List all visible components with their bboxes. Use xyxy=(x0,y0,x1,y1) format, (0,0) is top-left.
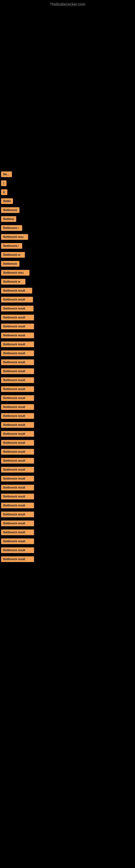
result-row-35: Bottleneck result xyxy=(0,475,135,483)
result-tag-23: Bottleneck result xyxy=(1,368,34,374)
result-row-24: Bottleneck result xyxy=(0,376,135,384)
result-row-12: Bottleneck resu xyxy=(0,269,135,277)
result-row-20: Bottleneck result xyxy=(0,340,135,348)
result-row-18: Bottleneck result xyxy=(0,322,135,330)
result-row-25: Bottleneck result xyxy=(0,385,135,393)
result-row-7: Bottleneck r xyxy=(0,224,135,232)
result-row-6: Bottlene xyxy=(0,215,135,223)
result-row-4: Bottle xyxy=(0,197,135,205)
result-tag-5: Bottleneck xyxy=(1,207,19,213)
result-tag-11: Bottleneck xyxy=(1,261,19,267)
result-row-2: | xyxy=(0,179,135,187)
result-tag-36: Bottleneck result xyxy=(1,485,34,490)
result-row-36: Bottleneck result xyxy=(0,484,135,492)
result-tag-27: Bottleneck result xyxy=(1,404,34,410)
result-tag-3: E xyxy=(1,189,7,195)
result-row-5: Bottleneck xyxy=(0,206,135,214)
result-tag-31: Bottleneck result xyxy=(1,440,34,446)
result-tag-22: Bottleneck result xyxy=(1,360,34,365)
result-tag-1: Bottleneck result xyxy=(1,172,12,177)
result-tag-38: Bottleneck result xyxy=(1,503,34,508)
result-tag-30: Bottleneck result xyxy=(1,431,34,437)
result-row-10: Bottleneck re xyxy=(0,251,135,259)
result-tag-41: Bottleneck result xyxy=(1,529,34,535)
result-row-41: Bottleneck result xyxy=(0,528,135,536)
result-row-42: Bottleneck result xyxy=(0,537,135,545)
result-tag-24: Bottleneck result xyxy=(1,377,34,383)
main-chart-area xyxy=(0,8,135,170)
result-tag-37: Bottleneck result xyxy=(1,494,34,499)
result-row-9: Bottleneck r xyxy=(0,242,135,250)
result-row-17: Bottleneck result xyxy=(0,314,135,321)
result-tag-20: Bottleneck result xyxy=(1,341,34,347)
result-tag-42: Bottleneck result xyxy=(1,538,34,544)
result-tag-6: Bottlene xyxy=(1,216,16,222)
result-row-34: Bottleneck result xyxy=(0,466,135,474)
result-tag-26: Bottleneck result xyxy=(1,395,34,401)
result-row-30: Bottleneck result xyxy=(0,430,135,438)
result-row-29: Bottleneck result xyxy=(0,421,135,429)
result-row-39: Bottleneck result xyxy=(0,510,135,518)
result-tag-33: Bottleneck result xyxy=(1,458,34,464)
result-tag-18: Bottleneck result xyxy=(1,323,34,329)
result-row-15: Bottleneck result xyxy=(0,296,135,304)
result-tag-29: Bottleneck result xyxy=(1,422,34,428)
result-row-33: Bottleneck result xyxy=(0,457,135,465)
result-tag-13: Bottleneck re xyxy=(1,279,26,284)
result-tag-14: Bottleneck result xyxy=(1,288,32,293)
result-tag-4: Bottle xyxy=(1,198,13,204)
result-row-3: E xyxy=(0,188,135,196)
result-row-31: Bottleneck result xyxy=(0,439,135,447)
result-row-27: Bottleneck result xyxy=(0,403,135,411)
result-row-26: Bottleneck result xyxy=(0,394,135,402)
results-container: Bottleneck result|EBottleBottleneckBottl… xyxy=(0,170,135,563)
result-tag-7: Bottleneck r xyxy=(1,225,22,231)
result-tag-35: Bottleneck result xyxy=(1,476,34,482)
result-tag-16: Bottleneck result xyxy=(1,306,34,311)
result-tag-34: Bottleneck result xyxy=(1,467,34,472)
result-tag-44: Bottleneck result xyxy=(1,556,34,562)
result-row-16: Bottleneck result xyxy=(0,305,135,312)
result-row-40: Bottleneck result xyxy=(0,520,135,527)
result-tag-32: Bottleneck result xyxy=(1,449,34,455)
result-row-8: Bottleneck resu xyxy=(0,233,135,241)
result-row-32: Bottleneck result xyxy=(0,448,135,456)
result-row-11: Bottleneck xyxy=(0,260,135,268)
result-tag-9: Bottleneck r xyxy=(1,243,22,249)
result-tag-2: | xyxy=(1,180,6,186)
result-row-22: Bottleneck result xyxy=(0,358,135,366)
result-row-28: Bottleneck result xyxy=(0,412,135,420)
result-row-1: Bottleneck result xyxy=(0,170,135,178)
result-tag-19: Bottleneck result xyxy=(1,333,34,338)
result-tag-17: Bottleneck result xyxy=(1,315,34,320)
result-row-19: Bottleneck result xyxy=(0,332,135,339)
result-row-21: Bottleneck result xyxy=(0,349,135,357)
result-tag-40: Bottleneck result xyxy=(1,521,34,526)
result-tag-21: Bottleneck result xyxy=(1,350,34,356)
result-row-43: Bottleneck result xyxy=(0,546,135,554)
result-tag-43: Bottleneck result xyxy=(1,547,34,553)
result-row-23: Bottleneck result xyxy=(0,367,135,375)
result-row-38: Bottleneck result xyxy=(0,501,135,509)
result-row-37: Bottleneck result xyxy=(0,493,135,500)
result-tag-8: Bottleneck resu xyxy=(1,234,28,240)
result-tag-39: Bottleneck result xyxy=(1,512,34,517)
result-tag-25: Bottleneck result xyxy=(1,386,34,392)
result-tag-28: Bottleneck result xyxy=(1,413,34,419)
result-tag-12: Bottleneck resu xyxy=(1,270,30,276)
site-title: TheBottlenecker.com xyxy=(0,0,135,8)
result-row-14: Bottleneck result xyxy=(0,287,135,294)
result-tag-15: Bottleneck result xyxy=(1,297,33,303)
result-row-13: Bottleneck re xyxy=(0,278,135,286)
result-tag-10: Bottleneck re xyxy=(1,252,25,258)
result-row-44: Bottleneck result xyxy=(0,555,135,563)
